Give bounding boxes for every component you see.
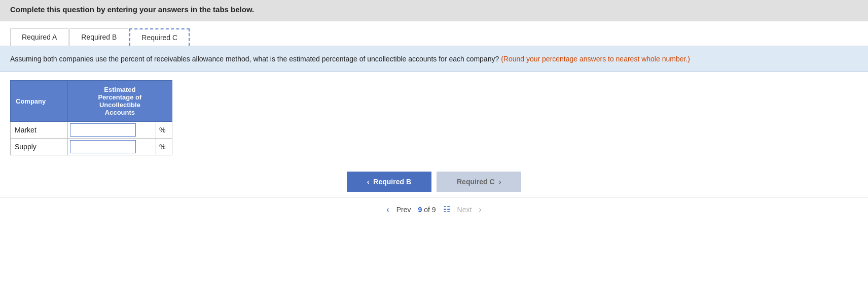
input-cell-supply[interactable] — [67, 139, 156, 155]
page-numbers: 9 of 9 — [418, 206, 436, 214]
of-label: of — [424, 206, 432, 214]
nav-buttons: ‹ Required B Required C › — [0, 163, 868, 197]
header-bar: Complete this question by entering your … — [0, 0, 868, 21]
prev-required-button[interactable]: ‹ Required B — [347, 172, 431, 192]
question-main: Assuming both companies use the percent … — [10, 55, 499, 63]
pct-market: % — [156, 122, 172, 139]
prev-chevron-icon: ‹ — [367, 178, 370, 186]
table-row: Market % — [11, 122, 172, 139]
pct-supply: % — [156, 139, 172, 155]
next-required-button[interactable]: Required C › — [437, 172, 521, 192]
prev-label: Prev — [396, 206, 411, 214]
grid-icon[interactable]: ☷ — [443, 205, 450, 214]
prev-button-label: Required B — [373, 178, 411, 186]
page-info: Prev — [396, 206, 411, 214]
supply-input[interactable] — [70, 140, 136, 153]
prev-page-arrow[interactable]: ‹ — [386, 205, 389, 214]
tabs-container: Required A Required B Required C — [0, 21, 868, 46]
total-pages: 9 — [432, 206, 436, 214]
pagination: ‹ Prev 9 of 9 ☷ Next › — [0, 197, 868, 224]
company-name-supply: Supply — [11, 139, 68, 155]
current-page: 9 — [418, 206, 422, 214]
col-header-percentage: EstimatedPercentage ofUncollectibleAccou… — [67, 81, 172, 122]
next-button-label: Required C — [457, 178, 495, 186]
market-input[interactable] — [70, 123, 136, 137]
col-header-company: Company — [11, 81, 68, 122]
tab-required-c[interactable]: Required C — [129, 28, 190, 46]
tab-required-a[interactable]: Required A — [10, 28, 68, 46]
next-page-arrow[interactable]: › — [479, 205, 481, 214]
tab-required-b[interactable]: Required B — [69, 28, 128, 46]
table-section: Company EstimatedPercentage ofUncollecti… — [0, 72, 868, 163]
input-cell-market[interactable] — [67, 122, 156, 139]
next-label: Next — [457, 206, 472, 214]
company-name-market: Market — [11, 122, 68, 139]
data-table: Company EstimatedPercentage ofUncollecti… — [10, 80, 172, 155]
next-chevron-icon: › — [499, 178, 501, 186]
header-text: Complete this question by entering your … — [10, 5, 858, 14]
question-area: Assuming both companies use the percent … — [0, 46, 868, 72]
table-row: Supply % — [11, 139, 172, 155]
question-hint: (Round your percentage answers to neares… — [501, 55, 690, 63]
